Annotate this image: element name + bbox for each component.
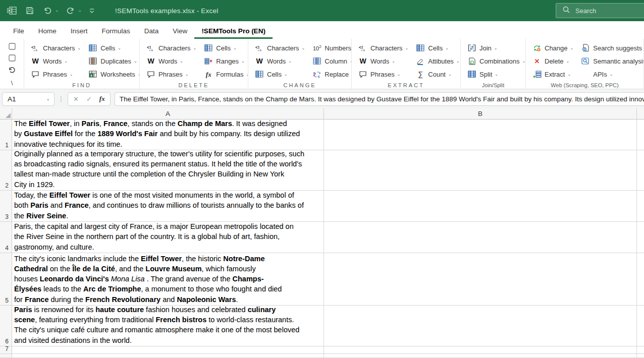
cell-c-partial[interactable] bbox=[637, 191, 644, 221]
formula-input[interactable]: The Eiffel Tower, in Paris, France, stan… bbox=[115, 92, 644, 106]
characters-button[interactable]: <!Characters⌄ bbox=[28, 41, 83, 54]
cell-c-partial[interactable] bbox=[637, 306, 644, 346]
enter-icon[interactable]: ✓ bbox=[86, 95, 92, 103]
words-button[interactable]: WWords⌄ bbox=[356, 54, 410, 68]
column-header-a[interactable]: A bbox=[12, 108, 324, 120]
row-header-7[interactable]: 7 bbox=[0, 346, 12, 353]
tab-insert[interactable]: Insert bbox=[64, 24, 95, 39]
tab-semtools-pro-en[interactable]: !SEMTools Pro (EN) bbox=[194, 24, 273, 39]
worksheets-button[interactable]: xWorksheets⌄ bbox=[86, 68, 140, 81]
title-bar: ⌄ ⌄ !SEMTools examples.xlsx - Excel Sear… bbox=[0, 0, 644, 21]
tab-view[interactable]: View bbox=[166, 24, 194, 39]
change-button[interactable]: Change⌄ bbox=[530, 41, 575, 54]
undo-icon[interactable] bbox=[43, 7, 52, 15]
chevron-down-icon: ⌄ bbox=[495, 72, 498, 77]
table-row: 2Originally planned as a temporary struc… bbox=[0, 150, 644, 191]
row-header-1[interactable]: 1 bbox=[0, 120, 12, 150]
cell-c-partial[interactable] bbox=[637, 346, 644, 353]
insert-function-icon[interactable]: fx bbox=[99, 95, 105, 103]
column-header-b[interactable]: B bbox=[324, 108, 637, 120]
cell-b6[interactable] bbox=[324, 306, 637, 346]
formula-bar: A1 ⌄ ⋮ ✕ ✓ fx The Eiffel Tower, in Paris… bbox=[0, 89, 644, 108]
redo-dropdown-icon[interactable]: ⌄ bbox=[78, 8, 82, 13]
phrases-button[interactable]: Phrases⌄ bbox=[356, 68, 410, 81]
name-box[interactable]: A1 ⌄ bbox=[2, 92, 55, 106]
checkbox-button[interactable] bbox=[0, 41, 24, 53]
undo-button[interactable] bbox=[0, 65, 24, 77]
undo-dropdown-icon[interactable]: ⌄ bbox=[55, 8, 59, 13]
cell-a5[interactable]: The city's iconic landmarks include the … bbox=[12, 253, 324, 305]
search-box[interactable]: Search bbox=[556, 3, 644, 18]
special-characters-icon: <! bbox=[146, 44, 156, 52]
cell-b5[interactable] bbox=[324, 253, 637, 305]
phrases-button[interactable]: Phrases⌄ bbox=[28, 68, 83, 81]
delete-button[interactable]: ✕Delete⌄ bbox=[530, 54, 575, 68]
row-header-5[interactable]: 5 bbox=[0, 253, 12, 305]
join-button[interactable]: Join⌄ bbox=[465, 41, 526, 54]
redo-icon[interactable] bbox=[66, 7, 75, 15]
characters-button[interactable]: <!Characters⌄ bbox=[144, 41, 198, 54]
cell-b1[interactable] bbox=[324, 120, 637, 150]
cell-b7[interactable] bbox=[324, 346, 637, 353]
cell-a6[interactable]: Paris is renowned for its haute couture … bbox=[12, 306, 324, 346]
numbers-button[interactable]: 102Numbers⌄ bbox=[310, 41, 352, 54]
words-button[interactable]: WWords⌄ bbox=[28, 54, 83, 68]
cell-b[interactable] bbox=[324, 354, 637, 357]
cell-c-partial[interactable] bbox=[637, 253, 644, 305]
ranges-button[interactable]: Ranges⌄ bbox=[201, 54, 248, 68]
column-button[interactable]: Column⌄ bbox=[310, 54, 352, 68]
checkbox-button[interactable] bbox=[0, 53, 24, 66]
row-header-3[interactable]: 3 bbox=[0, 191, 12, 221]
tab-formulas[interactable]: Formulas bbox=[95, 24, 137, 39]
attibutes-button[interactable]: Attibutes⌄ bbox=[413, 54, 461, 68]
select-all-corner[interactable] bbox=[0, 108, 12, 120]
save-icon[interactable] bbox=[26, 7, 34, 15]
row-header-6[interactable]: 6 bbox=[0, 306, 12, 346]
cells-button[interactable]: Cells⌄ bbox=[252, 68, 307, 81]
cell-a7[interactable] bbox=[12, 346, 324, 353]
combinations-button[interactable]: Combinations⌄ bbox=[465, 54, 526, 68]
cell-c-partial[interactable] bbox=[637, 354, 644, 357]
semantic-analysis-button[interactable]: Semantic analysis⌄ bbox=[578, 54, 644, 68]
search-suggests-button[interactable]: Search suggests⌄ bbox=[578, 41, 644, 54]
cell-c-partial[interactable] bbox=[637, 222, 644, 253]
cell-a1[interactable]: The Eiffel Tower, in Paris, France, stan… bbox=[12, 120, 324, 150]
words-button[interactable]: WWords⌄ bbox=[252, 54, 307, 68]
row-header-2[interactable]: 2 bbox=[0, 150, 12, 190]
cell-a3[interactable]: Today, the Eiffel Tower is one of the mo… bbox=[12, 191, 324, 221]
tab-file[interactable]: File bbox=[6, 24, 31, 39]
replace-button[interactable]: bcReplace⌄ bbox=[310, 68, 352, 81]
characters-button[interactable]: <!Characters⌄ bbox=[252, 41, 307, 54]
phrases-button[interactable]: Phrases⌄ bbox=[144, 68, 198, 81]
row-header-4[interactable]: 4 bbox=[0, 222, 12, 253]
excel-app-icon[interactable] bbox=[7, 7, 17, 15]
more-options-icon[interactable]: ⋮ bbox=[58, 95, 64, 102]
characters-button[interactable]: <!Characters⌄ bbox=[356, 41, 410, 54]
row-header-partial[interactable] bbox=[0, 354, 12, 357]
cell-b3[interactable] bbox=[324, 191, 637, 221]
cell-a2[interactable]: Originally planned as a temporary struct… bbox=[12, 150, 324, 190]
cell-a[interactable] bbox=[12, 354, 324, 357]
cell-c-partial[interactable] bbox=[637, 120, 644, 150]
split-button[interactable]: Split⌄ bbox=[465, 68, 526, 81]
cell-a4[interactable]: Paris, the capital and largest city of F… bbox=[12, 222, 324, 253]
cells-button[interactable]: Cells⌄ bbox=[413, 41, 461, 54]
duplicates-button[interactable]: Duplicates⌄ bbox=[86, 54, 140, 68]
tab-data[interactable]: Data bbox=[137, 24, 166, 39]
extract-button[interactable]: Extract⌄ bbox=[530, 68, 575, 81]
tab-home[interactable]: Home bbox=[31, 24, 64, 39]
cancel-icon[interactable]: ✕ bbox=[73, 95, 79, 103]
cell-c-partial[interactable] bbox=[637, 150, 644, 190]
column-header-partial[interactable] bbox=[637, 108, 644, 120]
cells-button[interactable]: Cells⌄ bbox=[201, 41, 248, 54]
apis-button[interactable]: APIs⌄ bbox=[578, 68, 644, 81]
cells-button[interactable]: Cells⌄ bbox=[86, 41, 140, 54]
count-button[interactable]: ∑Count⌄ bbox=[413, 68, 461, 81]
button-label: Words bbox=[43, 57, 62, 65]
formulas-button[interactable]: fxFormulas⌄ bbox=[201, 68, 248, 81]
cell-b4[interactable] bbox=[324, 222, 637, 253]
cell-b2[interactable] bbox=[324, 150, 637, 190]
backslash-button[interactable]: \ bbox=[0, 77, 24, 89]
words-button[interactable]: WWords⌄ bbox=[144, 54, 198, 68]
customize-quick-access-icon[interactable] bbox=[89, 8, 95, 14]
